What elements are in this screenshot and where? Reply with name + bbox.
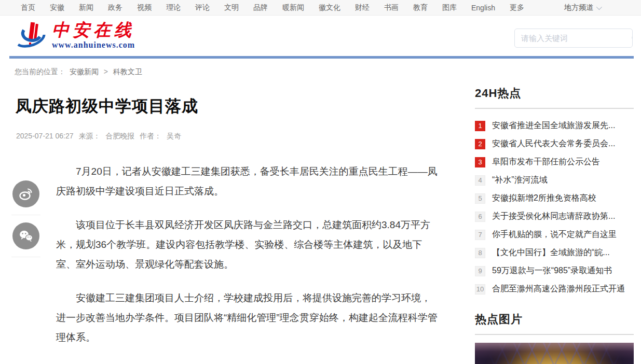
author-label: 作者： [140, 132, 161, 140]
article-source: 合肥晚报 [105, 132, 134, 140]
breadcrumb-link-category[interactable]: 科教文卫 [113, 67, 142, 76]
hot-list-item[interactable]: 9 59万退款与一张“985”录取通知书 [475, 262, 634, 280]
article-title: 凤庆路初级中学项目落成 [16, 95, 456, 117]
rank-badge: 8 [475, 248, 485, 258]
nav-item-anhui[interactable]: 安徽 [50, 3, 64, 12]
rank-badge: 10 [475, 284, 485, 295]
hot-list-item[interactable]: 8 【文化中国行】全域旅游的“皖... [475, 244, 634, 262]
hot-item-text: 阜阳市发布干部任前公示公告 [492, 157, 600, 167]
nav-item-calligraphy[interactable]: 书画 [384, 3, 399, 12]
rank-badge: 2 [475, 139, 485, 149]
article-paragraph: 安徽建工三建集团项目人士介绍，学校建成投用后，将提供设施完善的学习环境，进一步改… [56, 288, 440, 347]
chevron-down-icon [596, 4, 602, 10]
hot-news-list: 1 安徽省推进全国全域旅游发展先... 2 安徽省人民代表大会常务委员会... … [475, 117, 634, 298]
search-button[interactable] [631, 29, 633, 47]
breadcrumb: 您当前的位置： 安徽新闻 > 科教文卫 [15, 67, 144, 77]
hot-item-text: 合肥至滁州高速公路滁州段正式开通 [492, 284, 625, 295]
weibo-icon [18, 186, 34, 202]
article-body: 7月20日，记者从安徽建工三建集团获悉，备受长丰居民关注的重点民生工程——凤庆路… [56, 162, 440, 364]
nav-item-theory[interactable]: 理论 [166, 3, 181, 12]
share-weibo-button[interactable] [12, 180, 39, 207]
share-divider [11, 257, 40, 257]
hot-item-text: “补水”淮河流域 [492, 175, 548, 186]
nav-item-education[interactable]: 教育 [413, 3, 428, 12]
local-channels-dropdown[interactable]: 地方频道 [564, 0, 601, 16]
rank-badge: 5 [475, 193, 485, 204]
hot-list-item[interactable]: 4 “补水”淮河流域 [475, 171, 634, 189]
site-url: www.anhuinews.com [52, 40, 135, 50]
hot-list-item[interactable]: 10 合肥至滁州高速公路滁州段正式开通 [475, 280, 634, 298]
nav-item-civility[interactable]: 文明 [224, 3, 239, 12]
share-divider [11, 215, 40, 215]
nav-item-news[interactable]: 新闻 [79, 3, 93, 12]
search-box [514, 29, 633, 48]
top-nav: 首页 安徽 新闻 政务 视频 理论 评论 文明 品牌 暖新闻 徽文化 财经 书画… [0, 0, 641, 16]
hot-item-text: 安徽拟新增2所推免资格高校 [492, 193, 596, 204]
local-channels-label: 地方频道 [564, 3, 593, 12]
wechat-icon [18, 228, 34, 244]
article-author: 吴奇 [167, 132, 181, 140]
article-paragraph: 7月20日，记者从安徽建工三建集团获悉，备受长丰居民关注的重点民生工程——凤庆路… [56, 162, 440, 201]
site-name: 中安在线 [52, 21, 135, 39]
hot-item-text: 你手机贴的膜，说不定就产自这里 [492, 229, 617, 240]
hot-list-item[interactable]: 7 你手机贴的膜，说不定就产自这里 [475, 226, 634, 244]
hot-list-item[interactable]: 6 关于接受侯化林同志请辞政协第... [475, 207, 634, 226]
accent-bar [9, 56, 634, 59]
sidebar: 24H热点 1 安徽省推进全国全域旅游发展先... 2 安徽省人民代表大会常务委… [475, 86, 634, 364]
hot-list-item[interactable]: 2 安徽省人民代表大会常务委员会... [475, 135, 634, 153]
hot-item-text: 安徽省人民代表大会常务委员会... [492, 138, 615, 149]
logo-swoosh-icon [16, 21, 49, 53]
article-byline: 合肥晚报-合新闻记者 吴奇 [56, 361, 440, 364]
nav-item-gov[interactable]: 政务 [108, 3, 122, 12]
rank-badge: 6 [475, 212, 485, 222]
nav-item-video[interactable]: 视频 [137, 3, 152, 12]
hot-item-text: 安徽省推进全国全域旅游发展先... [492, 120, 615, 131]
nav-item-hui-culture[interactable]: 徽文化 [319, 3, 340, 12]
breadcrumb-separator: > [104, 67, 108, 76]
search-icon [631, 33, 633, 44]
nav-item-more[interactable]: 更多 [510, 3, 524, 12]
hot-list-item[interactable]: 3 阜阳市发布干部任前公示公告 [475, 153, 634, 171]
article-date: 2025-07-21 06:27 [16, 132, 74, 140]
article: 凤庆路初级中学项目落成 2025-07-21 06:27 来源： 合肥晚报 作者… [15, 87, 456, 364]
breadcrumb-link-anhui-news[interactable]: 安徽新闻 [70, 67, 99, 76]
nav-item-finance[interactable]: 财经 [355, 3, 370, 12]
site-logo[interactable]: 中安在线 www.anhuinews.com [16, 21, 135, 53]
hot-list-item[interactable]: 5 安徽拟新增2所推免资格高校 [475, 189, 634, 207]
hot-pictures-title: 热点图片 [475, 312, 634, 327]
article-meta: 2025-07-21 06:27 来源： 合肥晚报 作者： 吴奇 [16, 132, 456, 141]
rank-badge: 1 [475, 121, 485, 131]
hot-item-text: 【文化中国行】全域旅游的“皖... [492, 247, 610, 258]
article-paragraph: 该项目位于长丰县双凤经济开发区凤庆路与金兰路交口，总建筑面积约3.84万平方米，… [56, 215, 440, 274]
nav-item-brand[interactable]: 品牌 [253, 3, 268, 12]
breadcrumb-label: 您当前的位置： [15, 67, 65, 76]
search-input[interactable] [515, 34, 631, 43]
rank-badge: 9 [475, 266, 485, 276]
hot-item-text: 关于接受侯化林同志请辞政协第... [492, 211, 615, 222]
nav-item-warm-news[interactable]: 暖新闻 [282, 3, 304, 12]
nav-item-home[interactable]: 首页 [21, 3, 35, 12]
source-label: 来源： [78, 132, 100, 140]
hot-list-item[interactable]: 1 安徽省推进全国全域旅游发展先... [475, 117, 634, 135]
nav-item-gallery[interactable]: 图库 [442, 3, 457, 12]
section-rule [475, 334, 634, 335]
rank-badge: 3 [475, 157, 485, 167]
share-bar [11, 180, 40, 264]
section-rule [475, 108, 634, 109]
rank-badge: 7 [475, 230, 485, 240]
hot-picture-thumbnail[interactable] [475, 343, 634, 364]
share-wechat-button[interactable] [12, 222, 39, 249]
hot-news-title: 24H热点 [475, 86, 634, 101]
site-header: 中安在线 www.anhuinews.com [0, 16, 641, 56]
nav-item-comment[interactable]: 评论 [195, 3, 210, 12]
nav-item-english[interactable]: English [471, 4, 495, 12]
hot-item-text: 59万退款与一张“985”录取通知书 [492, 265, 612, 276]
rank-badge: 4 [475, 175, 485, 186]
